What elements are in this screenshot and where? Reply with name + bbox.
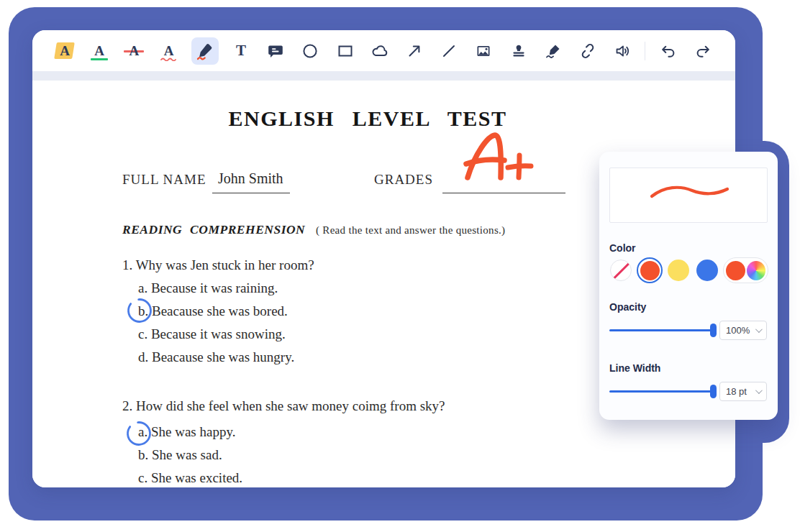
underline-icon: A	[94, 44, 104, 58]
link-icon	[579, 42, 596, 60]
question-2: 2. How did she feel when she saw money c…	[122, 398, 445, 414]
line-width-slider[interactable]	[609, 390, 712, 393]
section-instruction: ( Read the text and answer the questions…	[316, 224, 505, 236]
sound-icon	[614, 42, 631, 60]
circle-annotation-q2-a[interactable]	[124, 418, 154, 449]
sound-tool-button[interactable]	[610, 39, 635, 63]
color-swatch-selected[interactable]	[637, 257, 663, 283]
grades-label: GRADES	[374, 172, 433, 188]
question-1-option-d: d. Beacause she was hungry.	[138, 349, 294, 365]
opacity-label: Opacity	[609, 301, 646, 313]
stroke-preview	[609, 168, 768, 223]
question-1-option-c: c. Because it was snowing.	[138, 326, 286, 342]
opacity-dropdown[interactable]: 100%	[719, 321, 767, 340]
image-icon	[475, 42, 492, 60]
text-tool-button[interactable]: T	[229, 39, 253, 63]
line-width-label: Line Width	[609, 362, 660, 374]
highlight-icon: A	[60, 44, 70, 58]
highlight-tool-button[interactable]: A	[53, 39, 77, 63]
comment-tool-button[interactable]	[263, 39, 288, 63]
underline-tool-button[interactable]: A	[87, 39, 112, 63]
pen-properties-panel: Color Opacity 100% Line Width 18 pt	[599, 152, 778, 420]
redo-icon	[694, 42, 712, 60]
stroke-preview-wave	[610, 168, 768, 224]
squiggly-underline-icon: A	[164, 44, 174, 58]
opacity-slider-thumb[interactable]	[710, 324, 717, 337]
app-stage: A A A A T	[0, 0, 800, 532]
chevron-down-icon	[755, 326, 763, 333]
link-tool-button[interactable]	[576, 39, 600, 63]
chevron-down-icon	[755, 387, 763, 394]
question-1-option-a: a. Because it was raining.	[138, 280, 278, 296]
question-1-option-b: b. Beacause she was bored.	[138, 303, 288, 319]
full-name-underline	[212, 193, 290, 193]
rectangle-tool-button[interactable]	[333, 39, 358, 63]
line-width-value: 18 pt	[726, 386, 747, 397]
color-swatch-blue[interactable]	[696, 260, 718, 281]
undo-icon	[660, 42, 677, 60]
grade-annotation-a-plus[interactable]	[460, 129, 554, 198]
cloud-tool-button[interactable]	[368, 39, 392, 63]
opacity-value: 100%	[726, 325, 750, 336]
color-swatch-yellow[interactable]	[668, 260, 689, 281]
annotation-toolbar: A A A A T	[32, 30, 735, 71]
ellipse-icon	[301, 42, 319, 60]
line-width-dropdown[interactable]: 18 pt	[719, 382, 767, 401]
stamp-tool-button[interactable]	[506, 39, 531, 63]
rectangle-icon	[337, 42, 354, 60]
squiggly-tool-button[interactable]: A	[157, 39, 181, 63]
toolbar-divider-strip	[32, 71, 735, 81]
rainbow-color-picker-icon[interactable]	[747, 261, 766, 280]
color-picker-group[interactable]	[723, 257, 768, 283]
arrow-tool-button[interactable]	[402, 39, 427, 63]
freehand-pen-tool-button[interactable]	[191, 37, 219, 65]
comment-icon	[267, 42, 284, 60]
line-width-slider-thumb[interactable]	[710, 385, 717, 398]
opacity-slider[interactable]	[609, 329, 712, 331]
arrow-icon	[406, 42, 423, 60]
text-icon: T	[236, 43, 246, 58]
question-1: 1. Why was Jen stuck in her room?	[122, 257, 314, 273]
signature-tool-button[interactable]	[541, 39, 565, 63]
document-title: ENGLISH LEVEL TEST	[32, 106, 703, 131]
color-label: Color	[609, 242, 636, 254]
redo-button[interactable]	[691, 39, 715, 63]
section-heading-line: READING COMPREHENSION ( Read the text an…	[122, 221, 505, 237]
pen-icon	[195, 41, 215, 61]
full-name-value: John Smith	[218, 170, 283, 187]
image-tool-button[interactable]	[471, 39, 496, 63]
color-swatch-preset[interactable]	[726, 261, 745, 280]
section-heading: READING COMPREHENSION	[122, 222, 305, 237]
toolbar-separator	[645, 42, 645, 60]
question-2-option-b: b. She was sad.	[138, 447, 222, 463]
strikethrough-icon: A	[129, 44, 140, 58]
stamp-icon	[510, 42, 527, 60]
question-2-option-c: c. She was excited.	[138, 470, 242, 486]
ellipse-tool-button[interactable]	[298, 39, 322, 63]
undo-button[interactable]	[656, 39, 681, 63]
signature-icon	[544, 42, 563, 60]
circle-annotation-q1-b[interactable]	[124, 295, 155, 326]
cloud-icon	[371, 42, 389, 60]
strikethrough-tool-button[interactable]: A	[122, 39, 146, 63]
color-swatch-none[interactable]	[610, 260, 632, 281]
line-tool-button[interactable]	[437, 39, 461, 63]
line-icon	[440, 42, 458, 60]
full-name-label: FULL NAME	[122, 172, 206, 188]
